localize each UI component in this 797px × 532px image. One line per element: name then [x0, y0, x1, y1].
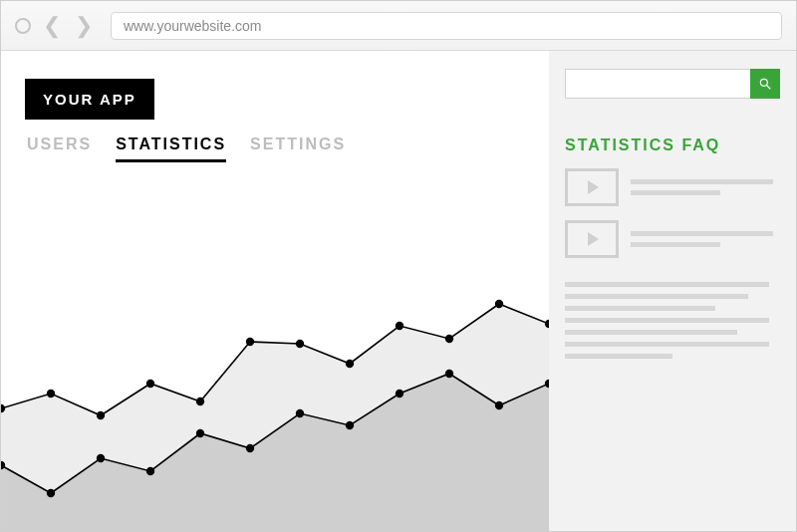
sidebar: STATISTICS FAQ: [549, 51, 796, 532]
svg-point-14: [97, 454, 105, 462]
video-text-skeleton: [631, 179, 780, 195]
search-button[interactable]: [750, 69, 780, 99]
skeleton-line: [565, 318, 769, 323]
svg-point-1: [47, 390, 55, 398]
address-bar[interactable]: [111, 12, 782, 40]
svg-point-15: [146, 467, 154, 475]
tab-users[interactable]: USERS: [27, 135, 92, 162]
main-panel: YOUR APP USERS STATISTICS SETTINGS: [1, 51, 549, 532]
skeleton-line: [631, 179, 773, 184]
skeleton-line: [565, 354, 672, 359]
page-body: YOUR APP USERS STATISTICS SETTINGS STATI…: [1, 51, 796, 532]
svg-point-2: [97, 411, 105, 419]
skeleton-line: [565, 306, 715, 311]
play-icon: [588, 180, 599, 194]
traffic-light-icon: [15, 18, 31, 34]
search-row: [565, 69, 780, 99]
skeleton-line: [565, 282, 769, 287]
skeleton-line: [631, 242, 720, 247]
search-icon: [758, 77, 772, 91]
faq-text-block: [565, 282, 780, 359]
svg-point-16: [196, 429, 204, 437]
faq-video-item[interactable]: [565, 168, 780, 206]
svg-line-25: [767, 86, 771, 90]
svg-point-4: [196, 398, 204, 405]
faq-video-item[interactable]: [565, 220, 780, 258]
video-thumbnail: [565, 220, 619, 258]
skeleton-line: [631, 190, 720, 195]
skeleton-line: [565, 342, 769, 347]
video-text-skeleton: [631, 231, 780, 247]
skeleton-line: [631, 231, 773, 236]
svg-point-13: [47, 489, 55, 497]
svg-point-9: [445, 335, 453, 343]
video-thumbnail: [565, 168, 619, 206]
play-icon: [588, 232, 599, 246]
svg-point-24: [760, 79, 767, 86]
app-badge: YOUR APP: [25, 79, 154, 120]
browser-window: ❮ ❯ YOUR APP USERS STATISTICS SETTINGS: [0, 0, 797, 532]
back-button[interactable]: ❮: [41, 15, 63, 37]
svg-point-20: [396, 390, 403, 398]
skeleton-line: [565, 294, 748, 299]
search-input[interactable]: [565, 69, 750, 99]
tab-bar: USERS STATISTICS SETTINGS: [27, 135, 549, 162]
browser-chrome: ❮ ❯: [1, 1, 796, 51]
svg-point-10: [495, 300, 503, 308]
svg-point-6: [296, 340, 304, 348]
svg-point-18: [296, 409, 304, 417]
svg-point-5: [246, 338, 254, 346]
svg-point-7: [346, 360, 354, 368]
svg-point-22: [495, 401, 503, 409]
faq-heading: STATISTICS FAQ: [565, 136, 780, 154]
statistics-chart: [1, 224, 549, 532]
svg-point-21: [445, 370, 453, 378]
tab-statistics[interactable]: STATISTICS: [116, 135, 226, 162]
svg-point-8: [396, 322, 403, 330]
url-input[interactable]: [124, 18, 769, 34]
svg-point-19: [346, 421, 354, 429]
svg-point-17: [246, 444, 254, 452]
skeleton-line: [565, 330, 737, 335]
svg-point-3: [146, 380, 154, 388]
tab-settings[interactable]: SETTINGS: [250, 135, 346, 162]
forward-button[interactable]: ❯: [73, 15, 95, 37]
